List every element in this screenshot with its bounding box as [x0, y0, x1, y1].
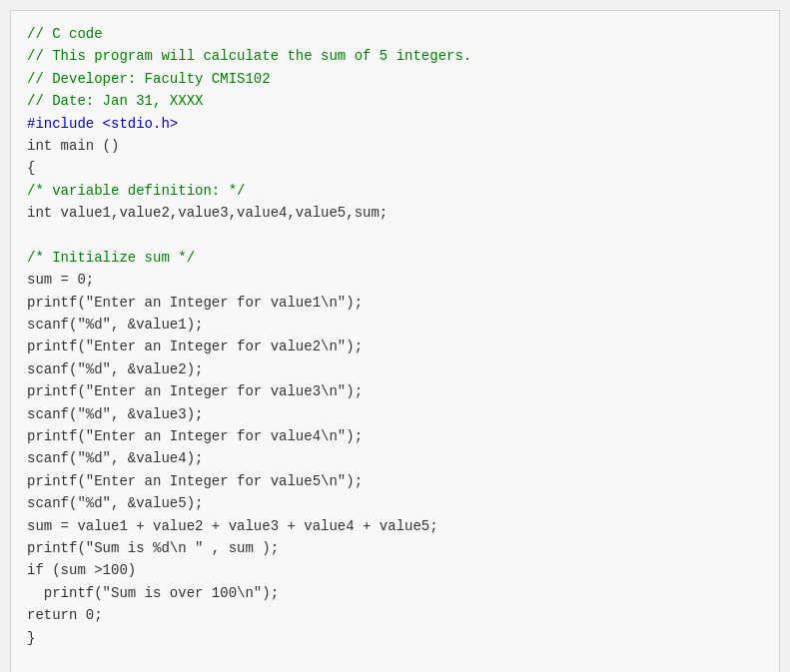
code-line: printf("Sum is over 100\n");: [27, 582, 763, 604]
code-line: // C code: [27, 23, 763, 45]
code-line: return 0;: [27, 604, 763, 626]
code-blank-line: [27, 225, 763, 247]
code-line: // Developer: Faculty CMIS102: [27, 68, 763, 90]
code-line: scanf("%d", &value4);: [27, 447, 763, 469]
code-line: int value1,value2,value3,value4,value5,s…: [27, 202, 763, 224]
code-line: // Date: Jan 31, XXXX: [27, 90, 763, 112]
code-line: printf("Enter an Integer for value2\n");: [27, 336, 763, 357]
code-editor: // C code// This program will calculate …: [10, 10, 780, 672]
code-line: /* variable definition: */: [27, 180, 763, 202]
code-line: }: [27, 627, 763, 649]
code-line: #include <stdio.h>: [27, 113, 763, 135]
code-line: {: [27, 157, 763, 179]
code-line: sum = 0;: [27, 269, 763, 291]
code-line: scanf("%d", &value3);: [27, 403, 763, 425]
code-line: printf("Enter an Integer for value5\n");: [27, 470, 763, 492]
code-line: printf("Enter an Integer for value3\n");: [27, 380, 763, 402]
code-line: int main (): [27, 135, 763, 157]
code-line: sum = value1 + value2 + value3 + value4 …: [27, 515, 763, 537]
code-line: /* Initialize sum */: [27, 247, 763, 269]
code-line: scanf("%d", &value2);: [27, 358, 763, 380]
code-line: if (sum >100): [27, 559, 763, 581]
code-line: printf("Sum is %d\n " , sum );: [27, 537, 763, 559]
code-line: scanf("%d", &value5);: [27, 492, 763, 514]
code-line: scanf("%d", &value1);: [27, 314, 763, 336]
code-line: printf("Enter an Integer for value1\n");: [27, 292, 763, 314]
code-line: printf("Enter an Integer for value4\n");: [27, 425, 763, 447]
code-line: // This program will calculate the sum o…: [27, 45, 763, 67]
